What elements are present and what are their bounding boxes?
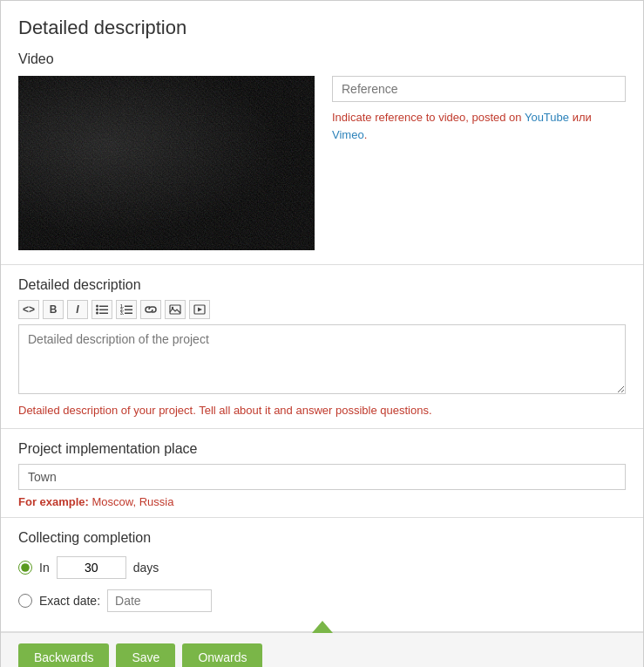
toolbar-link-btn[interactable] bbox=[140, 300, 161, 319]
backwards-button[interactable]: Backwards bbox=[18, 643, 109, 668]
svg-rect-11 bbox=[125, 313, 132, 315]
desc-textarea[interactable] bbox=[18, 324, 626, 394]
svg-point-2 bbox=[96, 309, 98, 311]
completion-title: Collecting completion bbox=[18, 530, 626, 546]
svg-rect-5 bbox=[99, 313, 108, 315]
toolbar-bold-btn[interactable]: B bbox=[43, 300, 64, 319]
vimeo-link[interactable]: Vimeo bbox=[332, 128, 364, 141]
in-days-row: In days bbox=[18, 556, 626, 579]
svg-rect-9 bbox=[125, 310, 132, 311]
footer-bar: Backwards Save Onwards bbox=[1, 632, 643, 668]
reference-input[interactable] bbox=[332, 76, 626, 102]
place-title: Project implementation place bbox=[18, 441, 626, 457]
desc-toolbar: <> B I 1. 2. 3. bbox=[18, 300, 626, 319]
desc-section: Detailed description <> B I 1. 2 bbox=[1, 265, 643, 428]
svg-rect-7 bbox=[125, 306, 132, 308]
reference-column: Indicate reference to video, posted on Y… bbox=[332, 76, 626, 143]
page-title: Detailed description bbox=[1, 1, 643, 46]
video-thumbnail bbox=[18, 76, 315, 250]
onwards-button[interactable]: Onwards bbox=[182, 643, 262, 668]
place-input[interactable] bbox=[18, 464, 626, 490]
youtube-link[interactable]: YouTube bbox=[525, 111, 569, 124]
main-container: Detailed description Video Indicate refe… bbox=[0, 0, 644, 667]
svg-rect-3 bbox=[99, 310, 108, 311]
video-section: Indicate reference to video, posted on Y… bbox=[1, 76, 643, 264]
days-label: days bbox=[133, 561, 159, 575]
reference-hint: Indicate reference to video, posted on Y… bbox=[332, 109, 626, 143]
svg-text:3.: 3. bbox=[120, 310, 125, 315]
in-label: In bbox=[39, 561, 50, 575]
place-section: Project implementation place For example… bbox=[1, 429, 643, 517]
toolbar-italic-btn[interactable]: I bbox=[67, 300, 88, 319]
toolbar-image-btn[interactable] bbox=[165, 300, 186, 319]
desc-hint: Detailed description of your project. Te… bbox=[18, 402, 626, 419]
svg-point-4 bbox=[96, 312, 98, 315]
toolbar-ul-btn[interactable] bbox=[92, 300, 112, 319]
toolbar-code-btn[interactable]: <> bbox=[18, 300, 39, 319]
radio-exact-date[interactable] bbox=[18, 594, 32, 608]
video-section-label: Video bbox=[1, 46, 643, 76]
desc-section-title: Detailed description bbox=[18, 277, 626, 293]
toolbar-media-btn[interactable] bbox=[189, 300, 210, 319]
completion-section: Collecting completion In days Exact date… bbox=[1, 518, 643, 631]
svg-rect-1 bbox=[99, 306, 108, 308]
exact-date-label: Exact date: bbox=[39, 594, 100, 608]
save-button[interactable]: Save bbox=[116, 643, 175, 668]
date-input[interactable] bbox=[107, 589, 212, 612]
radio-in-days[interactable] bbox=[18, 561, 32, 575]
days-input[interactable] bbox=[57, 556, 126, 579]
arrow-up-indicator bbox=[312, 621, 333, 633]
exact-date-row: Exact date: bbox=[18, 589, 626, 612]
svg-marker-15 bbox=[198, 308, 202, 312]
toolbar-ol-btn[interactable]: 1. 2. 3. bbox=[116, 300, 137, 319]
svg-point-0 bbox=[96, 305, 98, 308]
place-hint: For example: Moscow, Russia bbox=[18, 495, 626, 508]
